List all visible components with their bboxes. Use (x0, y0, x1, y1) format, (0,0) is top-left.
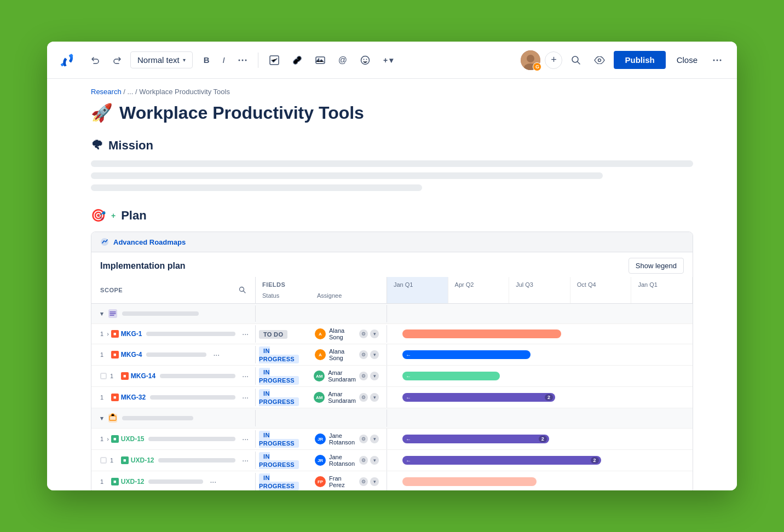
group-scope-2: ▾ (91, 410, 256, 426)
key-mkg4: MKG-4 (121, 351, 142, 358)
avatar-mkg1: A (315, 328, 326, 339)
settings-mkg14[interactable]: ⚙ (359, 372, 368, 380)
chevron-mkg1[interactable]: ▾ (370, 329, 379, 338)
editor-window: Normal text ▾ B I @ + (47, 42, 737, 490)
chevron-mkg14[interactable]: ▾ (370, 372, 379, 380)
controls-mkg4: ⚙ ▾ (359, 350, 382, 359)
more-uxd12b[interactable]: ··· (207, 476, 218, 487)
scope-uxd12a: 1 › ■ UXD-12 ··· (91, 452, 256, 469)
svg-point-17 (720, 59, 722, 61)
controls-uxd12b: ⚙ ▾ (359, 477, 382, 486)
controls-mkg1: ⚙ ▾ (359, 329, 382, 338)
avatar-mkg4: A (315, 349, 326, 360)
italic-button[interactable]: I (218, 52, 229, 68)
close-button[interactable]: Close (670, 51, 704, 69)
expand-mkg1[interactable]: › (107, 331, 109, 337)
more-mkg1[interactable]: ··· (240, 328, 251, 339)
add-collaborator-button[interactable]: + (545, 51, 562, 69)
chevron-mkg4[interactable]: ▾ (370, 350, 379, 359)
watch-button[interactable] (590, 53, 609, 67)
quarter-apr-q2: Apr Q2 (448, 277, 510, 303)
mention-button[interactable]: @ (334, 52, 351, 68)
col-scope-header: SCOPE (91, 277, 256, 303)
insert-button[interactable]: + ▾ (379, 53, 397, 68)
svg-point-13 (572, 56, 578, 62)
group-toggle-1[interactable]: ▾ (100, 310, 103, 317)
svg-point-18 (101, 238, 108, 246)
undo-button[interactable] (87, 53, 104, 68)
image-button[interactable] (311, 52, 330, 68)
more-format-button[interactable] (234, 56, 251, 65)
svg-point-2 (241, 59, 243, 61)
breadcrumb-research[interactable]: Research (91, 88, 122, 96)
more-uxd15[interactable]: ··· (240, 433, 251, 444)
chevron-mkg32[interactable]: ▾ (370, 393, 379, 402)
chevron-uxd12a[interactable]: ▾ (370, 456, 379, 465)
search-button[interactable] (567, 52, 585, 68)
more-mkg32[interactable]: ··· (240, 392, 251, 403)
issue-icon-mkg4: ■ (111, 351, 119, 358)
chevron-uxd12b[interactable]: ▾ (370, 477, 379, 486)
emoji-button[interactable] (356, 52, 374, 68)
page-content: Research / ... / Workplace Productivity … (47, 79, 737, 490)
issue-icon-mkg1: ■ (111, 330, 119, 338)
group-toggle-2[interactable]: ▾ (100, 415, 103, 422)
checkbox-mkg14 (100, 373, 107, 379)
toolbar-right: G + Publish Close (521, 50, 726, 70)
assignee-uxd12a: JR Jane Rotanson ⚙ ▾ (310, 454, 387, 467)
app-background: Normal text ▾ B I @ + (0, 0, 784, 532)
controls-uxd15: ⚙ ▾ (359, 435, 382, 443)
roadmap-icon (100, 238, 109, 246)
key-mkg32: MKG-32 (121, 394, 146, 401)
group-row-2: ▾ (91, 408, 693, 429)
mission-line-3 (91, 184, 422, 191)
publish-button[interactable]: Publish (614, 51, 665, 69)
page-more-button[interactable] (708, 56, 726, 65)
col-timeline-header: Jan Q1 Apr Q2 Jul Q3 Oct Q4 Jan Q1 (387, 277, 693, 303)
more-uxd12a[interactable]: ··· (240, 455, 251, 466)
title-text: Workplace Productivity Tools (119, 103, 364, 123)
search-scope-icon[interactable] (239, 286, 246, 294)
group-icon-1 (108, 309, 118, 319)
timeline-mkg32: ← 2 (387, 388, 693, 407)
breadcrumb-current: Workplace Productivity Tools (139, 88, 230, 96)
text-style-dropdown[interactable]: Normal text ▾ (130, 51, 193, 68)
breadcrumb-ellipsis: ... (128, 88, 134, 96)
group-icon-2 (108, 413, 118, 423)
expand-uxd15[interactable]: › (107, 436, 109, 442)
status-uxd12b: IN PROGRESS (259, 473, 299, 490)
user-avatar-wrapper[interactable]: G (521, 50, 540, 70)
svg-point-15 (713, 59, 715, 61)
more-mkg4[interactable]: ··· (211, 349, 222, 360)
bold-button[interactable]: B (199, 52, 214, 68)
table-row-mkg1: 1 › ■ MKG-1 ··· TO DO (91, 324, 693, 344)
task-button[interactable] (265, 52, 284, 68)
settings-mkg1[interactable]: ⚙ (359, 329, 368, 338)
settings-mkg4[interactable]: ⚙ (359, 350, 368, 359)
redo-button[interactable] (108, 53, 126, 68)
fields-mkg1: TO DO A Alana Song ⚙ ▾ (256, 325, 387, 343)
mission-section: 🌪 Mission (91, 138, 693, 191)
roadmap-header-label: Advanced Roadmaps (113, 238, 186, 246)
more-mkg14[interactable]: ··· (240, 371, 251, 381)
timeline-mkg1 (387, 324, 693, 344)
settings-mkg32[interactable]: ⚙ (359, 393, 368, 402)
text-bar-uxd12a (158, 458, 235, 462)
bar-mkg14: ← (402, 372, 500, 380)
show-legend-button[interactable]: Show legend (629, 258, 684, 274)
col-fields-sub: Status Assignee (256, 290, 387, 303)
plan-text: Plan (121, 209, 146, 223)
table-row-uxd12a: 1 › ■ UXD-12 ··· IN PROGRESS (91, 450, 693, 471)
settings-uxd12a[interactable]: ⚙ (359, 456, 368, 465)
table-col-headers: SCOPE FIELDS Status Assignee (91, 277, 693, 304)
chevron-uxd15[interactable]: ▾ (370, 435, 379, 443)
confluence-logo[interactable] (58, 50, 78, 70)
text-bar-mkg32 (150, 395, 235, 400)
link-button[interactable] (288, 52, 307, 68)
assignee-mkg32: AM Amar Sundaram ⚙ ▾ (309, 391, 387, 404)
status-mkg14: IN PROGRESS (259, 368, 299, 385)
settings-uxd12b[interactable]: ⚙ (359, 477, 368, 486)
settings-uxd15[interactable]: ⚙ (359, 435, 368, 443)
fields-mkg32: IN PROGRESS AM Amar Sundaram ⚙ ▾ (256, 387, 387, 408)
scope-uxd12b: 1 › ■ UXD-12 ··· (91, 473, 256, 490)
